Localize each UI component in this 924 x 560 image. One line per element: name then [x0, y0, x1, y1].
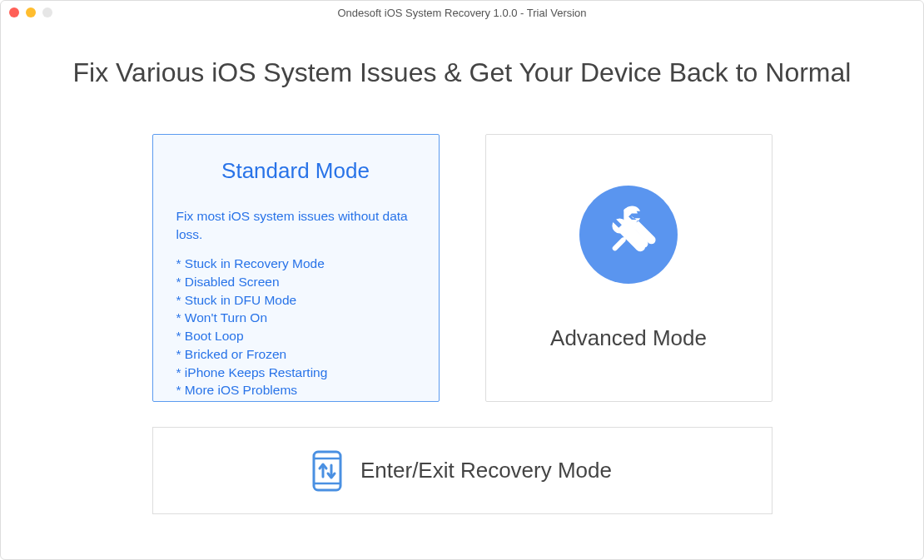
list-item: Boot Loop	[176, 327, 415, 345]
tools-icon	[579, 186, 678, 284]
standard-mode-issue-list: Stuck in Recovery Mode Disabled Screen S…	[176, 255, 415, 399]
list-item: More iOS Problems	[176, 381, 415, 399]
window-title: Ondesoft iOS System Recovery 1.0.0 - Tri…	[9, 7, 915, 19]
list-item: Stuck in Recovery Mode	[176, 255, 415, 273]
window-controls	[9, 7, 52, 17]
standard-mode-card[interactable]: Standard Mode Fix most iOS system issues…	[152, 134, 440, 402]
list-item: Stuck in DFU Mode	[176, 291, 415, 310]
standard-mode-description: Fix most iOS system issues without data …	[176, 207, 415, 243]
standard-mode-title: Standard Mode	[221, 158, 370, 184]
list-item: Bricked or Frozen	[176, 345, 415, 364]
advanced-mode-title: Advanced Mode	[550, 325, 707, 351]
minimize-button[interactable]	[26, 7, 36, 17]
titlebar: Ondesoft iOS System Recovery 1.0.0 - Tri…	[1, 1, 923, 24]
maximize-button[interactable]	[42, 7, 52, 17]
page-title: Fix Various iOS System Issues & Get Your…	[1, 57, 923, 88]
phone-arrows-icon	[312, 450, 342, 492]
advanced-mode-card[interactable]: Advanced Mode	[485, 134, 772, 402]
mode-cards-row: Standard Mode Fix most iOS system issues…	[1, 134, 923, 402]
list-item: Disabled Screen	[176, 273, 415, 291]
recovery-mode-title: Enter/Exit Recovery Mode	[360, 458, 612, 483]
close-button[interactable]	[9, 7, 19, 17]
list-item: iPhone Keeps Restarting	[176, 364, 415, 382]
recovery-mode-card[interactable]: Enter/Exit Recovery Mode	[152, 427, 772, 514]
standard-mode-body: Fix most iOS system issues without data …	[153, 207, 439, 399]
list-item: Won't Turn On	[176, 309, 415, 327]
